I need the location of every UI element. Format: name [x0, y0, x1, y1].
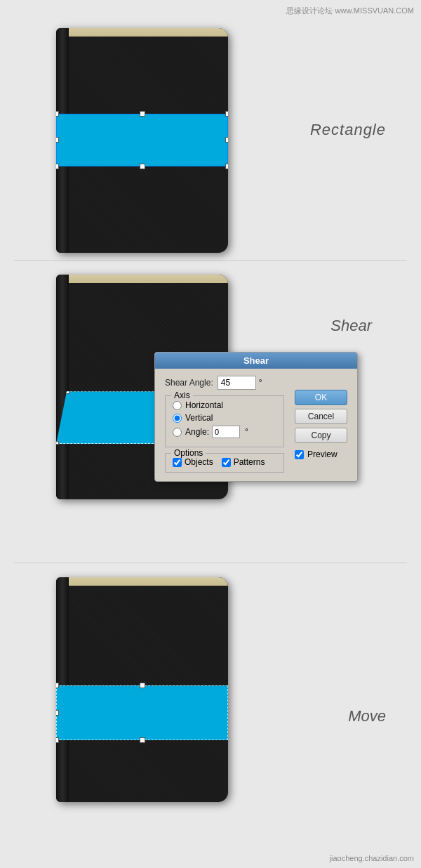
book-spine-2 — [56, 275, 69, 499]
axis-group: Axis Horizontal Vertical Angle: ° — [165, 395, 284, 447]
handle-m-bl — [56, 737, 59, 743]
axis-legend: Axis — [171, 390, 193, 400]
dialog-buttons: OK Cancel Copy Preview — [295, 390, 347, 459]
ok-button[interactable]: OK — [295, 390, 347, 405]
vertical-radio-row: Vertical — [173, 413, 276, 423]
shear-angle-row: Shear Angle: ° — [165, 376, 347, 390]
dialog-title: Shear — [155, 353, 357, 369]
book-pages-3 — [69, 577, 228, 586]
book-stripe-3 — [56, 685, 228, 740]
handle-bl — [56, 164, 59, 169]
objects-label: Objects — [185, 457, 213, 467]
handle-tl — [56, 111, 59, 117]
stripe-dashed-3 — [56, 685, 228, 740]
shear-angle-label: Shear Angle: — [165, 378, 213, 388]
stripe-border-1 — [56, 114, 228, 166]
options-legend: Options — [171, 448, 206, 458]
shear-label: Shear — [330, 317, 372, 335]
dialog-box: Shear OK Cancel Copy Preview Shear Angle — [154, 352, 358, 482]
handle-bm — [140, 164, 145, 169]
handle-ml — [56, 137, 59, 143]
cancel-button[interactable]: Cancel — [295, 409, 347, 424]
copy-button[interactable]: Copy — [295, 428, 347, 443]
handle-m-bm — [140, 737, 145, 743]
handle-m-tl — [56, 683, 59, 688]
section-move: Move — [0, 563, 421, 851]
horizontal-radio[interactable] — [173, 401, 182, 410]
angle-radio[interactable] — [173, 428, 182, 437]
vertical-label: Vertical — [185, 413, 213, 423]
book-container-1 — [56, 28, 239, 253]
preview-row: Preview — [295, 449, 347, 459]
objects-checkbox-row: Objects — [173, 457, 213, 467]
dialog-body: OK Cancel Copy Preview Shear Angle: ° — [155, 369, 357, 481]
watermark-bottom: jiaocheng.chazidian.com — [330, 854, 414, 862]
handle-tm — [140, 111, 145, 117]
book-stripe-1 — [56, 114, 228, 166]
handle-tr — [225, 111, 228, 117]
horizontal-label: Horizontal — [185, 400, 223, 410]
book-container-3 — [56, 577, 239, 802]
shear-dialog: Shear OK Cancel Copy Preview Shear Angle — [154, 352, 358, 482]
options-group: Options Objects Patterns — [165, 453, 284, 473]
degree-symbol: ° — [259, 378, 262, 388]
horizontal-radio-row: Horizontal — [173, 400, 276, 410]
patterns-checkbox-row: Patterns — [222, 457, 265, 467]
book-pages-2 — [69, 275, 228, 283]
preview-checkbox[interactable] — [295, 450, 304, 459]
patterns-checkbox[interactable] — [222, 458, 231, 467]
book-pages-1 — [69, 28, 228, 37]
section-shear: Shear Shear OK Cancel Copy Preview — [0, 261, 421, 563]
move-label: Move — [348, 707, 386, 725]
book-3 — [56, 577, 228, 802]
rectangle-label: Rectangle — [310, 121, 386, 139]
patterns-label: Patterns — [234, 457, 265, 467]
angle-radio-row: Angle: ° — [173, 426, 276, 438]
objects-checkbox[interactable] — [173, 458, 182, 467]
handle-m-tm — [140, 683, 145, 688]
preview-label: Preview — [307, 449, 338, 459]
shear-angle-input[interactable] — [218, 376, 256, 390]
handle-m-ml — [56, 710, 59, 716]
angle-degree: ° — [245, 427, 248, 437]
book-1 — [56, 28, 228, 253]
handle-br — [225, 164, 228, 169]
vertical-radio[interactable] — [173, 414, 182, 423]
angle-input[interactable] — [212, 426, 240, 438]
angle-label: Angle: — [185, 427, 209, 437]
handle-mr — [225, 137, 228, 143]
section-rectangle: Rectangle — [0, 0, 421, 260]
options-row: Objects Patterns — [173, 457, 276, 467]
